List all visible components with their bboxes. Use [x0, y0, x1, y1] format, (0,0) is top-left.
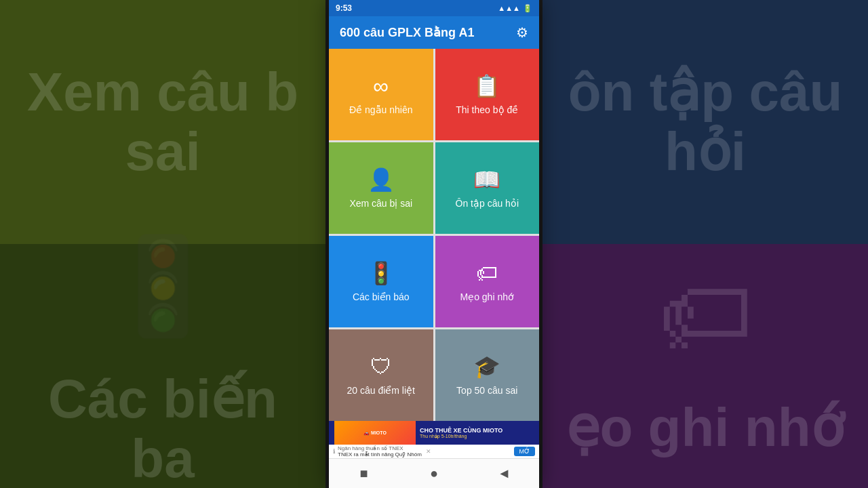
- grid-icon-on-tap-cau-hoi: 📖: [473, 167, 500, 192]
- grid-icon-top-50-cau-sai: 🎓: [473, 354, 500, 380]
- ad-bank-name: Ngân hàng thuần số TNEX: [338, 445, 422, 451]
- ad-info-icon: ℹ: [333, 448, 335, 455]
- bg-left-bottom-icon: 🚦: [104, 230, 222, 342]
- grid-icon-cac-bien-bao: 🚦: [368, 260, 395, 286]
- bg-right-bottom-icon: 🏷: [658, 261, 753, 371]
- grid-label-de-ngau-nhien: Đề ngẫu nhiên: [349, 104, 413, 116]
- ad-bottom[interactable]: ℹ Ngân hàng thuần số TNEX TNEX ra mắt tí…: [329, 445, 539, 458]
- grid-item-20-cau-diem-liet[interactable]: 🛡20 câu điểm liệt: [329, 329, 433, 421]
- ad-bank-info: Ngân hàng thuần số TNEX TNEX ra mắt tính…: [338, 445, 422, 458]
- grid-label-meo-ghi-nho: Mẹo ghi nhớ: [460, 291, 514, 303]
- bg-left-top: Xem câu b sai: [0, 0, 326, 244]
- settings-icon[interactable]: ⚙: [516, 24, 528, 41]
- app-header: 600 câu GPLX Bằng A1 ⚙: [329, 16, 539, 49]
- bg-right-top: ôn tập câu hỏi: [542, 0, 868, 244]
- grid-item-on-tap-cau-hoi[interactable]: 📖Ôn tập câu hỏi: [435, 142, 540, 234]
- phone-frame: 9:53 ▲▲▲ 🔋 600 câu GPLX Bằng A1 ⚙ ∞Đề ng…: [329, 0, 539, 488]
- ad-text-area: CHO THUÊ XE CÙNG MIOTO Thu nhập 5-10tr/t…: [420, 427, 534, 439]
- grid-item-xem-cau-bi-sai[interactable]: 👤Xem câu bị sai: [329, 142, 433, 234]
- bg-right-bottom: 🏷 ẹo ghi nhớ: [542, 244, 868, 488]
- grid-item-thi-theo-bo-de[interactable]: 📋Thi theo bộ đề: [435, 49, 540, 140]
- ad-bank-desc: TNEX ra mắt tính năng Quỹ Nhóm: [338, 451, 422, 458]
- bg-right-top-text: ôn tập câu hỏi: [542, 49, 868, 195]
- nav-square-button[interactable]: ■: [351, 460, 378, 487]
- grid-icon-de-ngau-nhien: ∞: [373, 74, 389, 99]
- ad-subtitle: Thu nhập 5-10tr/tháng: [420, 434, 534, 439]
- grid-icon-xem-cau-bi-sai: 👤: [368, 167, 395, 192]
- grid-item-cac-bien-bao[interactable]: 🚦Các biển báo: [329, 236, 433, 327]
- ad-banner: 🚗 MIOTO CHO THUÊ XE CÙNG MIOTO Thu nhập …: [329, 421, 539, 458]
- status-icons: ▲▲▲ 🔋: [498, 4, 532, 13]
- status-bar: 9:53 ▲▲▲ 🔋: [329, 0, 539, 16]
- grid-item-meo-ghi-nho[interactable]: 🏷Mẹo ghi nhớ: [435, 236, 540, 327]
- grid-label-cac-bien-bao: Các biển báo: [353, 291, 410, 303]
- ad-car-image: 🚗 MIOTO: [334, 421, 416, 445]
- bg-right-bottom-text: ẹo ghi nhớ: [553, 384, 857, 471]
- grid-label-20-cau-diem-liet: 20 câu điểm liệt: [347, 385, 415, 396]
- bg-left-bottom: 🚦 Các biến ba: [0, 244, 326, 488]
- grid-icon-thi-theo-bo-de: 📋: [473, 73, 500, 99]
- battery-icon: 🔋: [523, 4, 532, 13]
- bg-left-top-text: Xem câu b sai: [0, 49, 326, 195]
- grid-icon-meo-ghi-nho: 🏷: [476, 261, 498, 286]
- grid-label-thi-theo-bo-de: Thi theo bộ đề: [456, 104, 518, 116]
- grid-icon-20-cau-diem-liet: 🛡: [370, 354, 392, 380]
- ad-open-button[interactable]: MỞ: [514, 447, 536, 456]
- ad-close-icon[interactable]: ✕: [426, 448, 431, 455]
- grid-label-on-tap-cau-hoi: Ôn tập câu hỏi: [456, 198, 519, 209]
- nav-home-button[interactable]: ●: [420, 460, 448, 487]
- signal-icon: ▲▲▲: [498, 4, 520, 12]
- nav-bar: ■ ● ◄: [329, 458, 539, 488]
- bg-left-bottom-text: Các biến ba: [0, 356, 326, 489]
- app-title: 600 câu GPLX Bằng A1: [340, 25, 474, 40]
- grid-item-top-50-cau-sai[interactable]: 🎓Top 50 câu sai: [435, 329, 540, 421]
- grid-label-xem-cau-bi-sai: Xem câu bị sai: [349, 198, 412, 209]
- ad-top[interactable]: 🚗 MIOTO CHO THUÊ XE CÙNG MIOTO Thu nhập …: [329, 421, 539, 445]
- grid-label-top-50-cau-sai: Top 50 câu sai: [456, 385, 517, 396]
- main-grid: ∞Đề ngẫu nhiên📋Thi theo bộ đề👤Xem câu bị…: [329, 49, 539, 421]
- grid-item-de-ngau-nhien[interactable]: ∞Đề ngẫu nhiên: [329, 49, 433, 140]
- status-time: 9:53: [336, 3, 352, 13]
- nav-back-button[interactable]: ◄: [490, 460, 517, 487]
- ad-title: CHO THUÊ XE CÙNG MIOTO: [420, 427, 534, 434]
